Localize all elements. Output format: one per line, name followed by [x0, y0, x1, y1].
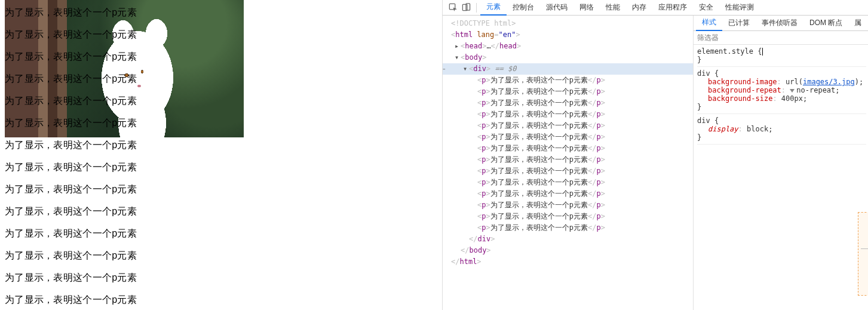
dom-line[interactable]: </body>: [443, 245, 693, 256]
dom-line[interactable]: <p>为了显示，表明这个一个p元素</p>: [443, 188, 693, 199]
page-paragraph: 为了显示，表明这个一个p元素: [5, 67, 442, 90]
svg-rect-1: [462, 4, 467, 10]
dom-line[interactable]: <p>为了显示，表明这个一个p元素</p>: [443, 199, 693, 211]
styles-rules[interactable]: element.style {}div {background-image: u…: [694, 45, 868, 310]
page-paragraph: 为了显示，表明这个一个p元素: [5, 23, 442, 45]
styles-tab[interactable]: 样式: [696, 16, 722, 31]
box-model-preview: [858, 212, 868, 296]
devtools-tab[interactable]: 应用程序: [652, 0, 693, 16]
dom-line[interactable]: <p>为了显示，表明这个一个p元素</p>: [443, 165, 693, 177]
devtools-panel: 元素控制台源代码网络性能内存应用程序安全性能评测 <!DOCTYPE html>…: [442, 0, 868, 310]
styles-tabs: 样式已计算事件侦听器DOM 断点属: [694, 16, 868, 31]
dom-line[interactable]: <p>为了显示，表明这个一个p元素</p>: [443, 222, 693, 234]
css-rule[interactable]: div {background-image: url(images/3.jpg)…: [697, 68, 866, 114]
devtools-tab[interactable]: 性能评测: [719, 0, 760, 16]
dom-line[interactable]: <p>为了显示，表明这个一个p元素</p>: [443, 109, 693, 120]
css-rule[interactable]: element.style {}: [697, 46, 866, 67]
page-paragraph: 为了显示，表明这个一个p元素: [5, 266, 442, 288]
devtools-tab[interactable]: 控制台: [507, 0, 540, 16]
devtools-tab[interactable]: 内存: [626, 0, 652, 16]
styles-tab[interactable]: DOM 断点: [803, 16, 848, 31]
devtools-tab[interactable]: 性能: [600, 0, 626, 16]
inspect-icon[interactable]: [446, 1, 459, 14]
dom-line[interactable]: <p>为了显示，表明这个一个p元素</p>: [443, 97, 693, 109]
page-paragraph: 为了显示，表明这个一个p元素: [5, 178, 442, 200]
devtools-tab[interactable]: 网络: [573, 0, 600, 16]
devtools-tab[interactable]: 源代码: [540, 0, 573, 16]
separator: [476, 3, 477, 13]
dom-line[interactable]: <!DOCTYPE html>: [443, 18, 693, 29]
page-paragraph: 为了显示，表明这个一个p元素: [5, 156, 442, 178]
dom-line[interactable]: ⋯▾<div> == $0: [443, 63, 693, 75]
filter-input[interactable]: [694, 31, 868, 44]
styles-pane: 样式已计算事件侦听器DOM 断点属 element.style {}div {b…: [694, 16, 868, 310]
page-paragraph: 为了显示，表明这个一个p元素: [5, 90, 442, 112]
devtools-tab[interactable]: 元素: [480, 0, 507, 16]
devtools-tabs: 元素控制台源代码网络性能内存应用程序安全性能评测: [480, 0, 760, 16]
page-paragraph: 为了显示，表明这个一个p元素: [5, 200, 442, 222]
css-rule[interactable]: div {display: block;}: [697, 115, 866, 145]
page-paragraph: 为了显示，表明这个一个p元素: [5, 134, 442, 156]
devtools-tab[interactable]: 安全: [693, 0, 719, 16]
styles-tab[interactable]: 事件侦听器: [756, 16, 803, 31]
dom-line[interactable]: ▸<head>…</head>: [443, 41, 693, 52]
dom-line[interactable]: ▾<body>: [443, 52, 693, 63]
styles-filter[interactable]: [694, 31, 868, 45]
page-paragraph: 为了显示，表明这个一个p元素: [5, 244, 442, 266]
dom-line[interactable]: <p>为了显示，表明这个一个p元素</p>: [443, 177, 693, 188]
devtools-toolbar: 元素控制台源代码网络性能内存应用程序安全性能评测: [443, 0, 868, 16]
dom-line[interactable]: <p>为了显示，表明这个一个p元素</p>: [443, 120, 693, 131]
elements-tree[interactable]: <!DOCTYPE html><html lang="en">▸<head>…<…: [443, 16, 694, 310]
dom-line[interactable]: </html>: [443, 256, 693, 268]
paragraph-list: 为了显示，表明这个一个p元素为了显示，表明这个一个p元素为了显示，表明这个一个p…: [0, 0, 442, 310]
dom-line[interactable]: </div>: [443, 234, 693, 245]
dom-line[interactable]: <p>为了显示，表明这个一个p元素</p>: [443, 154, 693, 165]
dom-line[interactable]: <html lang="en">: [443, 29, 693, 41]
styles-tab[interactable]: 已计算: [722, 16, 756, 31]
device-toggle-icon[interactable]: [459, 1, 473, 14]
page-paragraph: 为了显示，表明这个一个p元素: [5, 288, 442, 310]
page-paragraph: 为了显示，表明这个一个p元素: [5, 222, 442, 244]
dom-line[interactable]: <p>为了显示，表明这个一个p元素</p>: [443, 211, 693, 222]
page-paragraph: 为了显示，表明这个一个p元素: [5, 45, 442, 67]
page-paragraph: 为了显示，表明这个一个p元素: [5, 112, 442, 134]
dom-line[interactable]: <p>为了显示，表明这个一个p元素</p>: [443, 75, 693, 86]
page-paragraph: 为了显示，表明这个一个p元素: [5, 1, 442, 23]
dom-line[interactable]: <p>为了显示，表明这个一个p元素</p>: [443, 86, 693, 97]
rendered-page: 为了显示，表明这个一个p元素为了显示，表明这个一个p元素为了显示，表明这个一个p…: [0, 0, 442, 310]
styles-tab[interactable]: 属: [848, 16, 867, 31]
dom-line[interactable]: <p>为了显示，表明这个一个p元素</p>: [443, 143, 693, 154]
dom-line[interactable]: <p>为了显示，表明这个一个p元素</p>: [443, 131, 693, 143]
